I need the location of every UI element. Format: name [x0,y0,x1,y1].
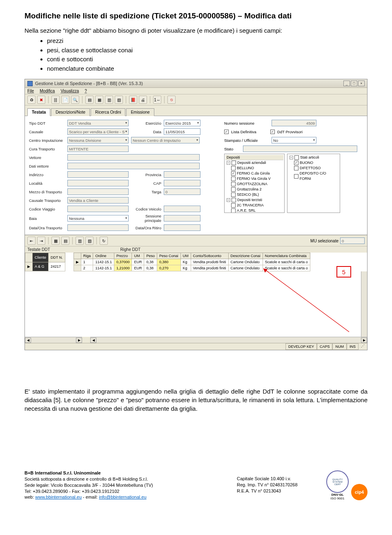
codvia-input[interactable] [67,206,129,212]
tab-testata[interactable]: Testata [27,108,50,116]
col-ordine[interactable]: Ordine [93,253,114,259]
stati-tree[interactable]: −Stati articoli ✓BUONO DIFETTOSO DEPOSIT… [287,154,340,213]
form-area: Tipo DDT DDT Vendita Esercizio Esercizio… [25,116,367,235]
menu-modifica[interactable]: Modifica [40,89,55,93]
centro-combo[interactable]: Nessuna Divisione [67,137,129,143]
close-button[interactable]: × [358,81,365,86]
depositi-tree[interactable]: Depositi −Depositi aziendali BELLUNO ✓FE… [224,154,285,213]
dativettore-input[interactable] [67,163,200,169]
tree-item: SEDICO (BL) [237,192,259,197]
hscroll-right[interactable]: ◀▶ [90,337,367,343]
baia-combo[interactable]: Nessuna [67,215,129,222]
tab-emissione[interactable]: Emissione [126,108,154,116]
sessprin-input[interactable] [164,215,200,222]
footer-web-link[interactable]: www.bbinternational.eu [35,495,82,499]
menu-file[interactable]: File [27,89,34,93]
col-cliente[interactable]: Cliente [33,253,49,262]
hscroll-left[interactable]: ◀▶ [25,337,82,343]
data-input[interactable]: 11/05/2015 [164,128,200,135]
col-conto[interactable]: Conto/Sottoconto [191,253,228,259]
causale-combo[interactable]: Scarico per vendita a Cliente - S [67,128,129,135]
mt-grid2-icon[interactable]: ▤ [61,237,69,245]
tb-print-icon[interactable]: 🖨 [139,96,147,104]
lbl-numsess: Numero sessione [224,121,269,125]
lbl-codvia: Codice Viaggio [29,207,65,211]
indirizzo-input[interactable] [67,171,129,178]
tab-ricerca[interactable]: Ricerca Ordini [91,108,125,116]
ddtprov-check[interactable]: ✓ [270,130,275,134]
menu-help[interactable]: ? [85,89,87,93]
tb-search-icon[interactable]: 🔍 [71,96,79,104]
causaletr-input[interactable]: Vendita a Cliente [67,197,129,204]
targa-input[interactable]: 0 [164,188,200,195]
col-riga[interactable]: Riga [81,253,93,259]
mt-grid3-icon[interactable]: ▥ [76,237,84,245]
tb-one-icon[interactable]: 1↔ [153,96,161,104]
col-um[interactable]: UM [132,253,144,259]
tb-list4-icon[interactable]: ▧ [115,96,123,104]
col-ddtn[interactable]: DDT N. [49,253,65,262]
provincia-input[interactable] [164,171,200,178]
esercizio-combo[interactable]: Esercizio 2015 [164,120,200,126]
tb-list2-icon[interactable]: ▦ [95,96,103,104]
mt-refresh-icon[interactable]: ↻ [100,237,108,245]
grid-righe[interactable]: Riga Ordine Prezzo UM Peso Peso Conai UM… [74,253,310,271]
tb-doc-icon[interactable]: 📄 [61,96,69,104]
bullet-item: nomenclature combinate [47,64,368,74]
tab-descrizioni[interactable]: Descrizioni/Note [51,108,90,116]
lbl-indirizzo: Indirizzo [29,172,65,177]
lbl-data: Data [131,130,161,134]
numsess-input: 4509 [272,120,316,126]
dataora-input[interactable] [67,224,129,231]
status-ins: INS [347,343,359,350]
table-row[interactable]: ▶ 1 1142-15.1 0,37000 EUR 0,38 0,380 Kg … [74,259,310,265]
tb-barcode-icon[interactable]: ||| [51,96,60,104]
tb-book-icon[interactable]: 📕 [129,96,137,104]
vettore-input[interactable] [67,154,200,161]
tree-item: Depositi terzisti [237,197,262,203]
tb-list-icon[interactable]: ▤ [85,96,94,104]
lbl-stato: Stato [224,147,241,151]
stato-input[interactable] [243,146,357,152]
cell-pesoconai[interactable]: 0,270 [157,265,181,271]
cap-input[interactable] [164,180,200,186]
mt-left-icon[interactable]: ⇤ [27,237,36,245]
cell-pesoconai[interactable]: 0,380 [157,259,181,265]
col-peso[interactable]: Peso [144,253,157,259]
dataret-input[interactable] [164,224,200,231]
lbl-mezzo: Mezzo di Trasporto [29,190,65,194]
col-um2[interactable]: UM [180,253,191,259]
localita-input[interactable] [67,180,129,186]
mt-grid-icon[interactable]: ▦ [51,237,60,245]
footer-email-link[interactable]: info@bbinternational.eu [99,495,146,499]
minimize-button[interactable]: _ [343,81,350,86]
stampato-combo[interactable]: No [272,137,316,143]
grid-testate[interactable]: Cliente DDT N. ▶ A & G 24217 [25,253,65,271]
listadef-check[interactable]: ✓ [224,130,229,134]
vscroll[interactable] [361,271,367,337]
intro-text: Nella sezione "righe ddt" abbiamo bisogn… [24,26,368,35]
centro2-combo[interactable]: Nessun Centro di Imputazio [131,137,200,143]
mezzo-input[interactable] [67,188,129,195]
menu-visualizza[interactable]: Visualizza [60,89,79,93]
mt-right-icon[interactable]: ⇥ [37,237,45,245]
col-descconai[interactable]: Descrizione Conai [228,253,263,259]
footer-l4: Tel: +39.0423.289090 - Fax: +39.0423.191… [24,489,119,494]
tb-cross-icon[interactable]: ✖ [37,96,45,104]
mt-grid4-icon[interactable]: ▧ [85,237,94,245]
tb-recycle-icon[interactable]: ♻ [27,96,36,104]
col-pesoconai[interactable]: Peso Conai [157,253,181,259]
lbl-dataret: Data/Ora Ritiro [131,226,161,230]
cura-input[interactable]: MITTENTE [67,146,129,152]
codveic-input[interactable] [164,206,200,212]
tb-stop-icon[interactable]: ⦸ [167,96,176,104]
maximize-button[interactable]: □ [351,81,357,86]
col-nomencl[interactable]: Nomenclatura Combinata [263,253,310,259]
tb-list3-icon[interactable]: ▥ [105,96,113,104]
tipo-ddt-combo[interactable]: DDT Vendita [67,120,129,126]
cell: 0,38 [144,259,157,265]
cell-prezzo[interactable]: 0,37000 [114,259,132,265]
col-prezzo[interactable]: Prezzo [114,253,132,259]
table-row[interactable]: 2 1142-15.1 1,21000 EUR 0,38 0,270 Kg Ve… [74,265,310,271]
cell-prezzo[interactable]: 1,21000 [114,265,132,271]
